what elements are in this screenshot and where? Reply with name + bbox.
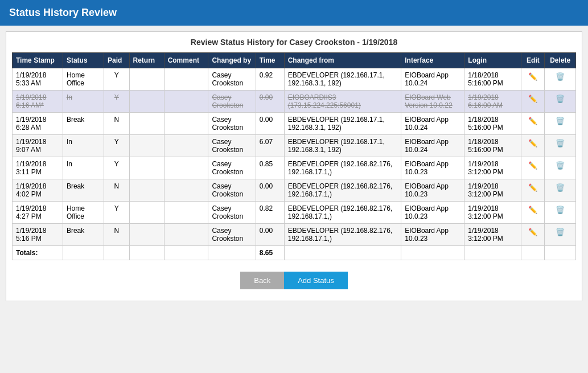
delete-button[interactable]: 🗑️: [553, 204, 567, 215]
table-row: 1/19/2018 4:27 PMHome OfficeYCasey Crook…: [13, 202, 576, 224]
button-container: Back Add Status: [12, 272, 576, 289]
header-comment: Comment: [164, 53, 208, 68]
edit-button[interactable]: ✏️: [526, 204, 540, 215]
header-changedfrom: Changed from: [284, 53, 401, 68]
header-login: Login: [464, 53, 521, 68]
app-header: Status History Review: [0, 0, 588, 26]
back-button[interactable]: Back: [240, 272, 284, 289]
edit-button[interactable]: ✏️: [526, 182, 540, 193]
header-timestamp: Time Stamp: [13, 53, 63, 68]
header-status: Status: [63, 53, 104, 68]
edit-button[interactable]: ✏️: [526, 93, 540, 104]
table-row: 1/19/2018 6:28 AMBreakNCasey Crookston0.…: [13, 113, 576, 135]
edit-button[interactable]: ✏️: [526, 71, 540, 82]
table-header-row: Time Stamp Status Paid Return Comment Ch…: [13, 53, 576, 68]
delete-button[interactable]: 🗑️: [553, 93, 567, 104]
totals-time: 8.65: [256, 246, 284, 260]
add-status-button[interactable]: Add Status: [284, 272, 348, 289]
edit-button[interactable]: ✏️: [526, 138, 540, 149]
edit-button[interactable]: ✏️: [526, 116, 540, 126]
status-history-table: Time Stamp Status Paid Return Comment Ch…: [12, 52, 576, 260]
table-row: 1/19/2018 5:16 PMBreakNCasey Crookston0.…: [13, 224, 576, 246]
page-subtitle: Review Status History for Casey Crooksto…: [12, 38, 576, 47]
delete-button[interactable]: 🗑️: [553, 71, 567, 82]
totals-label: Totals:: [13, 246, 63, 260]
delete-button[interactable]: 🗑️: [553, 182, 567, 193]
table-row: 1/19/2018 6:16 AM*InYCasey Crookston0.00…: [13, 91, 576, 113]
delete-button[interactable]: 🗑️: [553, 116, 567, 126]
header-edit: Edit: [521, 53, 545, 68]
totals-row: Totals:8.65: [13, 246, 576, 260]
page-container: Review Status History for Casey Crooksto…: [6, 31, 582, 301]
edit-button[interactable]: ✏️: [526, 160, 540, 171]
table-row: 1/19/2018 4:02 PMBreakNCasey Crookston0.…: [13, 179, 576, 202]
table-row: 1/19/2018 3:11 PMInYCasey Crookston0.85E…: [13, 157, 576, 179]
edit-button[interactable]: ✏️: [526, 227, 540, 237]
table-row: 1/19/2018 5:33 AMHome OfficeYCasey Crook…: [13, 68, 576, 91]
table-row: 1/19/2018 9:07 AMInYCasey Crookston6.07E…: [13, 135, 576, 157]
header-interface: Interface: [401, 53, 464, 68]
app-title: Status History Review: [9, 7, 117, 18]
delete-button[interactable]: 🗑️: [553, 160, 567, 171]
delete-button[interactable]: 🗑️: [553, 227, 567, 237]
delete-button[interactable]: 🗑️: [553, 138, 567, 149]
header-paid: Paid: [104, 53, 129, 68]
header-time: Time: [256, 53, 284, 68]
header-delete: Delete: [545, 53, 576, 68]
header-changedby: Changed by: [208, 53, 256, 68]
header-return: Return: [129, 53, 164, 68]
